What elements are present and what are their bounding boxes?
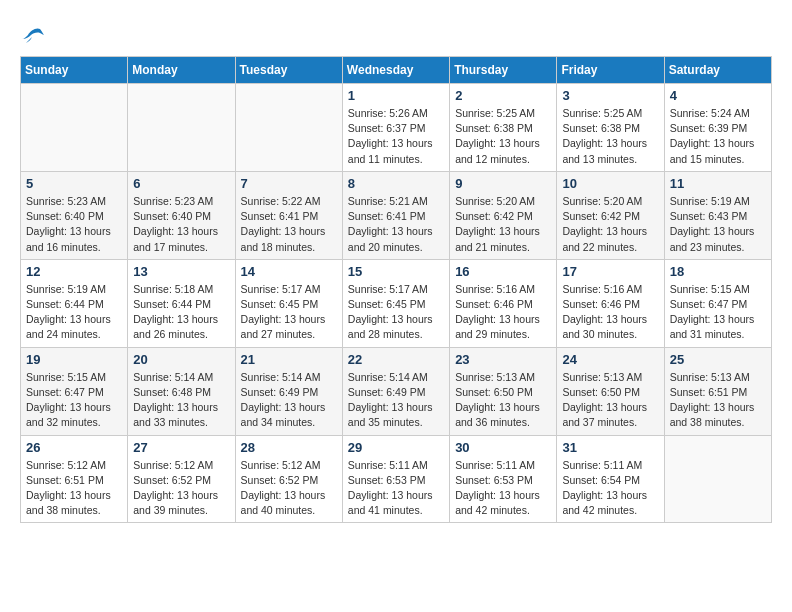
day-info: Sunrise: 5:17 AM Sunset: 6:45 PM Dayligh… <box>241 282 337 343</box>
calendar-cell <box>21 84 128 172</box>
day-number: 14 <box>241 264 337 279</box>
calendar-cell <box>664 435 771 523</box>
day-number: 6 <box>133 176 229 191</box>
day-number: 15 <box>348 264 444 279</box>
day-header-wednesday: Wednesday <box>342 57 449 84</box>
day-number: 10 <box>562 176 658 191</box>
day-number: 3 <box>562 88 658 103</box>
day-info: Sunrise: 5:11 AM Sunset: 6:53 PM Dayligh… <box>348 458 444 519</box>
day-info: Sunrise: 5:20 AM Sunset: 6:42 PM Dayligh… <box>455 194 551 255</box>
day-number: 12 <box>26 264 122 279</box>
day-info: Sunrise: 5:25 AM Sunset: 6:38 PM Dayligh… <box>562 106 658 167</box>
calendar-cell: 23Sunrise: 5:13 AM Sunset: 6:50 PM Dayli… <box>450 347 557 435</box>
calendar-cell: 25Sunrise: 5:13 AM Sunset: 6:51 PM Dayli… <box>664 347 771 435</box>
day-header-sunday: Sunday <box>21 57 128 84</box>
calendar-cell: 28Sunrise: 5:12 AM Sunset: 6:52 PM Dayli… <box>235 435 342 523</box>
day-info: Sunrise: 5:16 AM Sunset: 6:46 PM Dayligh… <box>455 282 551 343</box>
day-number: 21 <box>241 352 337 367</box>
day-info: Sunrise: 5:11 AM Sunset: 6:54 PM Dayligh… <box>562 458 658 519</box>
logo <box>20 20 44 46</box>
calendar-cell: 9Sunrise: 5:20 AM Sunset: 6:42 PM Daylig… <box>450 171 557 259</box>
day-info: Sunrise: 5:12 AM Sunset: 6:52 PM Dayligh… <box>241 458 337 519</box>
calendar-cell: 31Sunrise: 5:11 AM Sunset: 6:54 PM Dayli… <box>557 435 664 523</box>
calendar-cell: 27Sunrise: 5:12 AM Sunset: 6:52 PM Dayli… <box>128 435 235 523</box>
day-number: 29 <box>348 440 444 455</box>
calendar-cell: 21Sunrise: 5:14 AM Sunset: 6:49 PM Dayli… <box>235 347 342 435</box>
calendar-cell: 6Sunrise: 5:23 AM Sunset: 6:40 PM Daylig… <box>128 171 235 259</box>
day-number: 26 <box>26 440 122 455</box>
calendar-header: SundayMondayTuesdayWednesdayThursdayFrid… <box>21 57 772 84</box>
calendar-cell: 4Sunrise: 5:24 AM Sunset: 6:39 PM Daylig… <box>664 84 771 172</box>
day-number: 2 <box>455 88 551 103</box>
week-row-2: 5Sunrise: 5:23 AM Sunset: 6:40 PM Daylig… <box>21 171 772 259</box>
day-info: Sunrise: 5:12 AM Sunset: 6:52 PM Dayligh… <box>133 458 229 519</box>
calendar-cell <box>128 84 235 172</box>
day-header-thursday: Thursday <box>450 57 557 84</box>
calendar-cell: 12Sunrise: 5:19 AM Sunset: 6:44 PM Dayli… <box>21 259 128 347</box>
calendar-cell: 26Sunrise: 5:12 AM Sunset: 6:51 PM Dayli… <box>21 435 128 523</box>
calendar-cell: 11Sunrise: 5:19 AM Sunset: 6:43 PM Dayli… <box>664 171 771 259</box>
calendar-cell: 5Sunrise: 5:23 AM Sunset: 6:40 PM Daylig… <box>21 171 128 259</box>
logo-bird-icon <box>22 27 44 45</box>
day-info: Sunrise: 5:26 AM Sunset: 6:37 PM Dayligh… <box>348 106 444 167</box>
day-info: Sunrise: 5:16 AM Sunset: 6:46 PM Dayligh… <box>562 282 658 343</box>
day-number: 8 <box>348 176 444 191</box>
day-number: 19 <box>26 352 122 367</box>
calendar-cell: 8Sunrise: 5:21 AM Sunset: 6:41 PM Daylig… <box>342 171 449 259</box>
page-header <box>20 20 772 46</box>
day-number: 25 <box>670 352 766 367</box>
day-info: Sunrise: 5:23 AM Sunset: 6:40 PM Dayligh… <box>133 194 229 255</box>
calendar-cell: 20Sunrise: 5:14 AM Sunset: 6:48 PM Dayli… <box>128 347 235 435</box>
calendar-cell: 24Sunrise: 5:13 AM Sunset: 6:50 PM Dayli… <box>557 347 664 435</box>
day-number: 31 <box>562 440 658 455</box>
calendar-cell: 16Sunrise: 5:16 AM Sunset: 6:46 PM Dayli… <box>450 259 557 347</box>
calendar-cell: 29Sunrise: 5:11 AM Sunset: 6:53 PM Dayli… <box>342 435 449 523</box>
day-header-tuesday: Tuesday <box>235 57 342 84</box>
day-info: Sunrise: 5:18 AM Sunset: 6:44 PM Dayligh… <box>133 282 229 343</box>
day-info: Sunrise: 5:23 AM Sunset: 6:40 PM Dayligh… <box>26 194 122 255</box>
day-number: 7 <box>241 176 337 191</box>
day-header-saturday: Saturday <box>664 57 771 84</box>
calendar-cell: 17Sunrise: 5:16 AM Sunset: 6:46 PM Dayli… <box>557 259 664 347</box>
day-info: Sunrise: 5:13 AM Sunset: 6:50 PM Dayligh… <box>455 370 551 431</box>
calendar-cell: 18Sunrise: 5:15 AM Sunset: 6:47 PM Dayli… <box>664 259 771 347</box>
calendar-cell: 1Sunrise: 5:26 AM Sunset: 6:37 PM Daylig… <box>342 84 449 172</box>
day-info: Sunrise: 5:24 AM Sunset: 6:39 PM Dayligh… <box>670 106 766 167</box>
day-number: 30 <box>455 440 551 455</box>
day-info: Sunrise: 5:13 AM Sunset: 6:50 PM Dayligh… <box>562 370 658 431</box>
calendar-cell: 15Sunrise: 5:17 AM Sunset: 6:45 PM Dayli… <box>342 259 449 347</box>
day-info: Sunrise: 5:22 AM Sunset: 6:41 PM Dayligh… <box>241 194 337 255</box>
week-row-4: 19Sunrise: 5:15 AM Sunset: 6:47 PM Dayli… <box>21 347 772 435</box>
calendar-cell: 30Sunrise: 5:11 AM Sunset: 6:53 PM Dayli… <box>450 435 557 523</box>
day-number: 20 <box>133 352 229 367</box>
calendar-cell: 22Sunrise: 5:14 AM Sunset: 6:49 PM Dayli… <box>342 347 449 435</box>
day-number: 17 <box>562 264 658 279</box>
day-number: 18 <box>670 264 766 279</box>
day-number: 11 <box>670 176 766 191</box>
calendar-cell: 19Sunrise: 5:15 AM Sunset: 6:47 PM Dayli… <box>21 347 128 435</box>
day-info: Sunrise: 5:20 AM Sunset: 6:42 PM Dayligh… <box>562 194 658 255</box>
day-info: Sunrise: 5:19 AM Sunset: 6:44 PM Dayligh… <box>26 282 122 343</box>
week-row-3: 12Sunrise: 5:19 AM Sunset: 6:44 PM Dayli… <box>21 259 772 347</box>
day-info: Sunrise: 5:15 AM Sunset: 6:47 PM Dayligh… <box>26 370 122 431</box>
day-number: 13 <box>133 264 229 279</box>
week-row-5: 26Sunrise: 5:12 AM Sunset: 6:51 PM Dayli… <box>21 435 772 523</box>
day-number: 23 <box>455 352 551 367</box>
calendar-cell: 10Sunrise: 5:20 AM Sunset: 6:42 PM Dayli… <box>557 171 664 259</box>
calendar-cell: 2Sunrise: 5:25 AM Sunset: 6:38 PM Daylig… <box>450 84 557 172</box>
day-number: 27 <box>133 440 229 455</box>
day-info: Sunrise: 5:12 AM Sunset: 6:51 PM Dayligh… <box>26 458 122 519</box>
day-info: Sunrise: 5:13 AM Sunset: 6:51 PM Dayligh… <box>670 370 766 431</box>
week-row-1: 1Sunrise: 5:26 AM Sunset: 6:37 PM Daylig… <box>21 84 772 172</box>
calendar-cell <box>235 84 342 172</box>
day-number: 28 <box>241 440 337 455</box>
day-number: 5 <box>26 176 122 191</box>
day-number: 1 <box>348 88 444 103</box>
calendar-cell: 14Sunrise: 5:17 AM Sunset: 6:45 PM Dayli… <box>235 259 342 347</box>
calendar-cell: 7Sunrise: 5:22 AM Sunset: 6:41 PM Daylig… <box>235 171 342 259</box>
day-header-friday: Friday <box>557 57 664 84</box>
calendar-body: 1Sunrise: 5:26 AM Sunset: 6:37 PM Daylig… <box>21 84 772 523</box>
day-number: 22 <box>348 352 444 367</box>
day-number: 24 <box>562 352 658 367</box>
calendar-table: SundayMondayTuesdayWednesdayThursdayFrid… <box>20 56 772 523</box>
